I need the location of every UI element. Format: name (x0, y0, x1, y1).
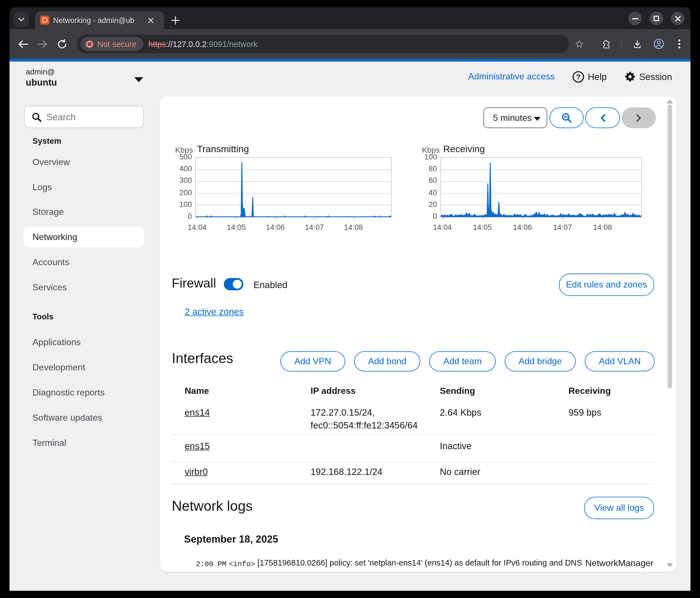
nav-heading-tools: Tools (32, 312, 53, 321)
user-menu-caret-icon (134, 77, 143, 82)
add-bond-button[interactable]: Add bond (354, 351, 421, 371)
firewall-toggle[interactable] (224, 278, 243, 290)
cell-sending: Inactive (440, 441, 472, 451)
window-minimize-button[interactable] (628, 12, 642, 25)
x-tick-mark (482, 217, 483, 219)
not-secure-icon (85, 40, 94, 48)
close-icon (147, 17, 154, 23)
session-menu[interactable]: Session (625, 71, 672, 82)
col-header-sending: Sending (440, 386, 475, 396)
log-time: 2:00 PM (196, 560, 226, 568)
address-bar[interactable]: Not secure https://127.0.0.2:9091/networ… (77, 35, 569, 53)
url-host: 127.0.0.2 (173, 40, 206, 48)
interval-select[interactable]: 5 minutes (483, 107, 547, 128)
log-message: [1758196810.0266] policy: set 'netplan-e… (257, 558, 582, 567)
col-header-name: Name (185, 386, 209, 396)
gear-icon (625, 71, 636, 82)
downloads-button[interactable] (628, 35, 646, 53)
sidebar-item-accounts[interactable]: Accounts (24, 252, 144, 272)
browser-menu-button[interactable] (670, 35, 688, 53)
add-bridge-label: Add bridge (519, 356, 562, 366)
interval-select-value: 5 minutes (493, 113, 532, 123)
zoom-out-button[interactable] (549, 107, 583, 128)
cell-sending: No carrier (440, 467, 480, 477)
active-zones-link[interactable]: 2 active zones (185, 307, 244, 317)
search-placeholder: Search (46, 112, 76, 122)
chart-title-transmitting: Transmitting (197, 144, 249, 155)
y-tick-label: 60 (415, 177, 437, 185)
tab-title: Networking - admin@ub (53, 16, 144, 24)
x-tick-label: 14:08 (589, 223, 617, 232)
zoom-out-icon (561, 112, 572, 123)
interface-link-ens15[interactable]: ens15 (185, 441, 210, 451)
add-vpn-button[interactable]: Add VPN (280, 351, 345, 371)
x-tick-mark (315, 217, 315, 219)
transmitting-series (196, 158, 391, 217)
sidebar-item-terminal[interactable]: Terminal (24, 433, 144, 453)
cell-receiving: 959 bps (569, 407, 601, 418)
search-icon (32, 112, 42, 122)
view-all-logs-button[interactable]: View all logs (584, 497, 654, 519)
host-name: ubuntu (26, 77, 57, 88)
sidebar-item-logs[interactable]: Logs (24, 177, 144, 198)
window-maximize-button[interactable] (650, 12, 663, 25)
interface-link-ens14[interactable]: ens14 (185, 407, 210, 418)
toolbar-separator (621, 39, 622, 49)
interface-link-virbr0[interactable]: virbr0 (185, 467, 208, 477)
help-menu[interactable]: ? Help (573, 71, 607, 82)
x-tick-mark (275, 217, 276, 219)
sidebar-item-services[interactable]: Services (24, 277, 144, 297)
main-content-card: 5 minutes Kbps (160, 97, 676, 572)
forward-button[interactable] (33, 35, 51, 53)
security-badge[interactable]: Not secure (81, 37, 143, 51)
sidebar-item-applications[interactable]: Applications (24, 332, 144, 353)
profile-button[interactable] (650, 35, 668, 53)
search-input[interactable]: Search (24, 106, 144, 128)
scrollbar-down-arrow[interactable] (667, 563, 673, 567)
new-tab-button[interactable] (168, 13, 182, 27)
firewall-state-label: Enabled (253, 280, 287, 290)
reload-button[interactable] (53, 35, 71, 53)
sidebar-item-software-updates[interactable]: Software updates (24, 407, 144, 428)
browser-tab[interactable]: Networking - admin@ub (35, 11, 164, 29)
scrollbar-up-arrow[interactable] (667, 100, 673, 103)
edit-rules-button[interactable]: Edit rules and zones (559, 274, 654, 296)
tab-search-button[interactable] (14, 12, 29, 27)
scrollbar-thumb[interactable] (668, 105, 672, 388)
log-service: NetworkManager (585, 558, 654, 568)
add-team-button[interactable]: Add team (429, 351, 496, 371)
row-separator (172, 484, 654, 485)
kebab-menu-icon (678, 39, 680, 49)
extensions-button[interactable] (597, 35, 616, 53)
close-icon (675, 16, 681, 22)
add-vlan-button[interactable]: Add VLAN (585, 351, 655, 371)
sidebar-item-development[interactable]: Development (24, 357, 144, 378)
scroll-right-button[interactable] (622, 107, 656, 128)
transmitting-chart: 500400300200100014:0414:0514:0614:0714:0… (195, 157, 392, 217)
tab-close-button[interactable] (146, 16, 155, 25)
user-menu[interactable]: admin@ ubuntu (26, 67, 57, 88)
ubuntu-favicon-icon (40, 16, 49, 25)
administrative-access-button[interactable]: Administrative access (468, 72, 554, 82)
add-bridge-button[interactable]: Add bridge (505, 351, 576, 371)
scroll-left-button[interactable] (585, 107, 620, 128)
window-close-button[interactable] (671, 12, 684, 25)
cell-ip1: 172.27.0.15/24, (310, 407, 375, 418)
profile-icon (653, 38, 665, 50)
x-tick-label: 14:08 (340, 223, 367, 232)
x-tick-mark (562, 217, 563, 219)
add-vpn-label: Add VPN (294, 356, 331, 366)
bookmark-star-button[interactable] (570, 35, 589, 53)
sidebar-item-overview[interactable]: Overview (24, 152, 144, 172)
y-tick-label: 80 (415, 164, 437, 173)
back-button[interactable] (14, 35, 32, 53)
masthead-toolbar: Administrative access ? Help Session (468, 69, 672, 84)
svg-text:?: ? (576, 73, 581, 81)
cell-ip1: 192.168.122.1/24 (310, 467, 382, 477)
sidebar-item-storage[interactable]: Storage (24, 201, 144, 222)
x-tick-label: 14:05 (222, 223, 250, 232)
network-logs-title: Network logs (172, 498, 253, 514)
help-label: Help (588, 71, 607, 82)
sidebar-item-diagnostic-reports[interactable]: Diagnostic reports (24, 382, 144, 403)
sidebar-item-networking[interactable]: Networking (24, 227, 144, 247)
